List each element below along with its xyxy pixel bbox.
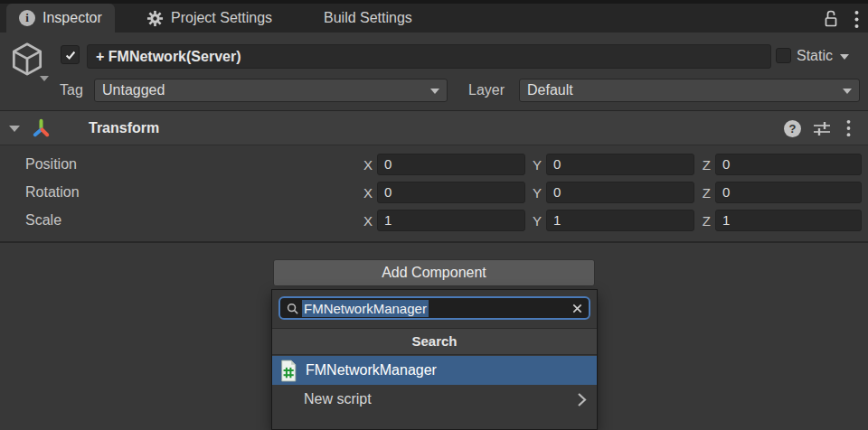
add-component-popup: FMNetworkManager Search — [271, 289, 598, 430]
axis-y-label: Y — [531, 157, 542, 173]
search-text-selected: FMNetworkManager — [302, 300, 429, 317]
active-checkbox[interactable] — [61, 45, 80, 64]
gameobject-cube-icon[interactable] — [7, 40, 51, 83]
tag-dropdown-arrow — [430, 89, 439, 94]
gear-icon — [146, 10, 164, 27]
tab-inspector-label: Inspector — [42, 10, 102, 26]
new-script-item[interactable]: New script — [272, 385, 597, 414]
axis-x-label: X — [362, 157, 373, 173]
icon-picker-arrow[interactable] — [40, 76, 49, 81]
search-icon — [286, 302, 299, 315]
add-component-button[interactable]: Add Component — [273, 259, 595, 286]
rotation-label: Rotation — [25, 184, 80, 201]
axis-z-label: Z — [700, 213, 711, 229]
transform-header[interactable]: Transform ? — [0, 110, 868, 145]
layer-dropdown[interactable]: Default — [519, 79, 860, 102]
rotation-x-field[interactable]: 0 — [377, 182, 525, 203]
rotation-y-field[interactable]: 0 — [546, 182, 694, 203]
gameobject-name-field[interactable]: + FMNetwork(Server) — [87, 44, 771, 69]
axis-x-label: X — [362, 213, 373, 229]
axis-x-label: X — [362, 185, 373, 201]
clear-search-icon[interactable] — [571, 303, 583, 314]
axis-z-label: Z — [700, 157, 711, 173]
layer-dropdown-arrow — [843, 89, 852, 94]
tag-value: Untagged — [102, 82, 165, 98]
tab-project-settings[interactable]: Project Settings — [134, 4, 285, 33]
scale-label: Scale — [25, 212, 61, 229]
layer-label: Layer — [468, 82, 505, 98]
position-x-field[interactable]: 0 — [377, 154, 525, 175]
tab-build-settings-label: Build Settings — [324, 10, 412, 26]
scale-x-field[interactable]: 1 — [377, 210, 525, 231]
static-dropdown-arrow[interactable] — [840, 54, 849, 60]
checkmark-icon — [64, 49, 77, 61]
info-icon: i — [19, 10, 35, 26]
section-divider — [0, 241, 868, 243]
csharp-script-icon — [278, 360, 298, 382]
gameobject-header: + FMNetwork(Server) Static Tag Untagged … — [0, 33, 868, 110]
foldout-arrow-icon[interactable] — [9, 126, 20, 132]
scale-z-field[interactable]: 1 — [715, 210, 862, 231]
transform-title: Transform — [89, 120, 159, 136]
tab-build-settings[interactable]: Build Settings — [311, 4, 425, 33]
transform-body: Position X 0 Y 0 Z 0 Rotation X 0 Y 0 Z … — [0, 146, 868, 241]
search-result-fmnetworkmanager[interactable]: FMNetworkManager — [272, 356, 597, 385]
unity-inspector-window: i Inspector Project Settings Build — [0, 0, 868, 430]
transform-icon — [31, 118, 52, 139]
help-icon[interactable]: ? — [784, 120, 801, 137]
layer-value: Default — [527, 82, 573, 98]
kebab-menu-icon[interactable] — [854, 10, 859, 29]
tab-project-settings-label: Project Settings — [171, 10, 272, 26]
axis-y-label: Y — [531, 185, 542, 201]
position-z-field[interactable]: 0 — [715, 154, 862, 175]
tag-dropdown[interactable]: Untagged — [94, 79, 448, 102]
search-result-label: FMNetworkManager — [306, 362, 437, 379]
position-label: Position — [25, 156, 77, 173]
lock-icon[interactable] — [822, 9, 840, 29]
position-y-field[interactable]: 0 — [546, 154, 694, 175]
axis-z-label: Z — [700, 185, 711, 201]
tab-bar: i Inspector Project Settings Build — [0, 0, 868, 33]
chevron-right-icon — [576, 391, 588, 408]
component-search-input[interactable]: FMNetworkManager — [278, 296, 590, 320]
rotation-z-field[interactable]: 0 — [715, 182, 862, 203]
new-script-label: New script — [304, 391, 372, 407]
search-section-header: Search — [272, 328, 597, 355]
static-label: Static — [797, 48, 833, 64]
tag-label: Tag — [60, 82, 83, 98]
scale-y-field[interactable]: 1 — [546, 210, 694, 231]
presets-icon[interactable] — [813, 120, 831, 137]
tab-inspector[interactable]: i Inspector — [6, 4, 115, 33]
static-checkbox[interactable] — [776, 48, 791, 63]
axis-y-label: Y — [531, 213, 542, 229]
component-menu-icon[interactable] — [846, 119, 851, 137]
